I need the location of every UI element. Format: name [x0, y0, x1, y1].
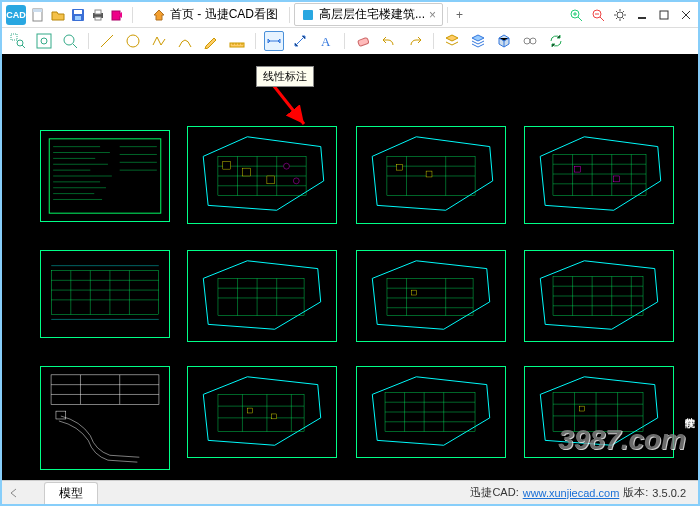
svg-rect-86	[387, 278, 473, 315]
drawing-thumbnail[interactable]	[187, 126, 337, 224]
zoom-extents-icon[interactable]	[34, 31, 54, 51]
drawing-thumbnail[interactable]	[40, 366, 170, 470]
home-icon	[152, 8, 166, 22]
svg-rect-69	[614, 176, 620, 182]
drawing-thumbnail[interactable]	[356, 250, 506, 342]
ruler-icon[interactable]	[227, 31, 247, 51]
divider	[88, 33, 89, 49]
side-watermark: 软件学院	[680, 404, 698, 416]
export-icon[interactable]	[110, 7, 126, 23]
drawing-thumbnail[interactable]	[187, 250, 337, 342]
svg-point-17	[41, 38, 47, 44]
svg-rect-128	[579, 406, 584, 411]
svg-point-52	[293, 178, 299, 184]
svg-point-18	[64, 35, 74, 45]
open-folder-icon[interactable]	[50, 7, 66, 23]
text-icon[interactable]: A	[316, 31, 336, 51]
drawing-thumbnail[interactable]	[524, 250, 674, 342]
status-url-link[interactable]: www.xunjiecad.com	[523, 487, 620, 499]
drawing-thumbnail[interactable]	[356, 366, 506, 458]
zoom-in-icon[interactable]	[568, 7, 584, 23]
divider	[447, 7, 448, 23]
nav-left-icon[interactable]	[8, 487, 20, 499]
svg-rect-14	[11, 34, 17, 40]
arc-icon[interactable]	[175, 31, 195, 51]
svg-point-24	[530, 38, 536, 44]
tab-label: 高层层住宅楼建筑...	[319, 6, 425, 23]
drawing-thumbnail[interactable]	[187, 366, 337, 458]
svg-rect-107	[218, 394, 304, 431]
refresh-icon[interactable]	[546, 31, 566, 51]
settings-icon[interactable]	[612, 7, 628, 23]
divider	[433, 33, 434, 49]
svg-rect-80	[218, 278, 304, 315]
svg-rect-6	[95, 10, 101, 14]
drawing-thumbnail[interactable]	[356, 126, 506, 224]
line-icon[interactable]	[97, 31, 117, 51]
minimize-button[interactable]	[634, 7, 650, 23]
print-icon[interactable]	[90, 7, 106, 23]
svg-rect-13	[660, 11, 668, 19]
drawing-thumbnail[interactable]	[40, 130, 170, 222]
drawing-canvas[interactable]: 线性标注 软件学院 3987.com	[2, 54, 698, 480]
tab-label: 首页 - 迅捷CAD看图	[170, 6, 278, 23]
circle-icon[interactable]	[123, 31, 143, 51]
save-icon[interactable]	[70, 7, 86, 23]
svg-rect-114	[272, 414, 277, 419]
undo-icon[interactable]	[379, 31, 399, 51]
status-version: 3.5.0.2	[652, 487, 686, 499]
maximize-button[interactable]	[656, 7, 672, 23]
close-icon[interactable]: ×	[429, 8, 436, 22]
svg-rect-59	[426, 171, 432, 177]
app-icon: CAD	[6, 5, 26, 25]
svg-rect-60	[553, 154, 646, 195]
status-brand: 迅捷CAD:	[470, 485, 518, 500]
model-tab[interactable]: 模型	[44, 482, 98, 504]
block-icon[interactable]	[494, 31, 514, 51]
svg-rect-101	[51, 375, 159, 404]
zoom-window-icon[interactable]	[8, 31, 28, 51]
tooltip: 线性标注	[256, 66, 314, 87]
svg-rect-70	[51, 271, 159, 315]
svg-point-12	[617, 12, 623, 18]
svg-rect-68	[575, 166, 581, 172]
divider	[255, 33, 256, 49]
svg-point-23	[524, 38, 530, 44]
svg-rect-58	[397, 164, 403, 170]
divider	[289, 7, 290, 23]
svg-rect-4	[75, 16, 81, 20]
svg-rect-22	[358, 37, 369, 46]
zoom-out-icon[interactable]	[590, 7, 606, 23]
zoom-icon[interactable]	[60, 31, 80, 51]
layer-manager-icon[interactable]	[468, 31, 488, 51]
erase-icon[interactable]	[353, 31, 373, 51]
svg-rect-50	[267, 176, 275, 184]
doc-icon	[301, 8, 315, 22]
aligned-dimension-icon[interactable]	[290, 31, 310, 51]
watermark: 3987.com	[558, 424, 686, 456]
tab-home[interactable]: 首页 - 迅捷CAD看图	[145, 3, 285, 26]
link-icon[interactable]	[520, 31, 540, 51]
svg-rect-7	[95, 17, 101, 20]
svg-rect-16	[37, 34, 51, 48]
layer-icon[interactable]	[442, 31, 462, 51]
svg-rect-3	[74, 10, 82, 14]
status-bar: 模型 迅捷CAD: www.xunjiecad.com 版本: 3.5.0.2	[2, 480, 698, 504]
tab-document[interactable]: 高层层住宅楼建筑... ×	[294, 3, 443, 26]
svg-rect-106	[56, 411, 66, 419]
svg-rect-113	[247, 408, 252, 413]
svg-point-51	[284, 163, 290, 169]
svg-rect-92	[411, 290, 416, 295]
svg-rect-1	[33, 9, 42, 12]
new-tab-button[interactable]: +	[452, 8, 467, 22]
linear-dimension-button[interactable]	[264, 31, 284, 51]
edit-icon[interactable]	[201, 31, 221, 51]
svg-rect-9	[303, 10, 313, 20]
svg-rect-48	[223, 161, 231, 169]
drawing-thumbnail[interactable]	[40, 250, 170, 338]
drawing-thumbnail[interactable]	[524, 126, 674, 224]
new-file-icon[interactable]	[30, 7, 46, 23]
polyline-icon[interactable]	[149, 31, 169, 51]
redo-icon[interactable]	[405, 31, 425, 51]
close-button[interactable]	[678, 7, 694, 23]
